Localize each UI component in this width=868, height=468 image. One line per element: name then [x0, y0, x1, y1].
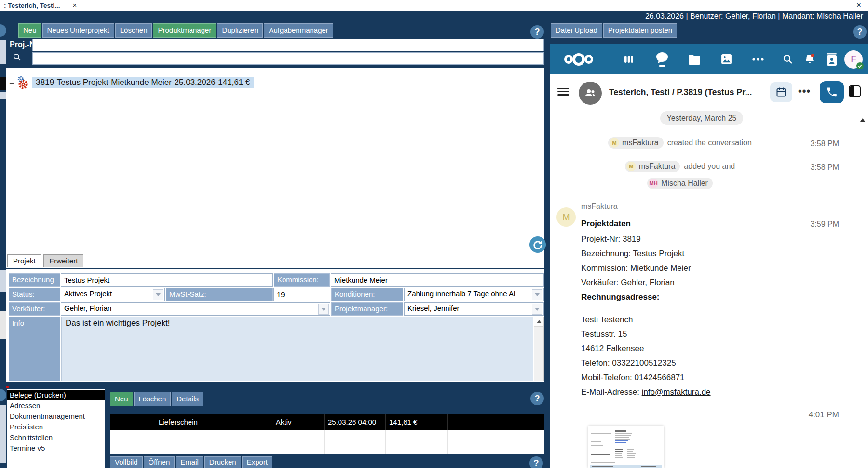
- user-avatar[interactable]: F: [843, 44, 864, 74]
- email-button[interactable]: Email: [176, 456, 203, 468]
- clipped-window-fragment: [0, 92, 6, 99]
- belege-details-button[interactable]: Details: [172, 392, 203, 406]
- info-scrollbar[interactable]: [534, 317, 544, 381]
- verkaeufer-label: Verkäufer:: [9, 302, 60, 316]
- window-close-icon[interactable]: ×: [856, 0, 861, 11]
- info-textarea[interactable]: Das ist ein wichtiges Projekt!: [61, 317, 533, 381]
- nav-item-preislisten[interactable]: Preislisten: [7, 422, 105, 432]
- cell-amount[interactable]: 141,61 €: [386, 414, 448, 430]
- files-icon[interactable]: [687, 44, 702, 74]
- chevron-down-icon[interactable]: [532, 304, 542, 315]
- actor-name: msFaktura: [639, 162, 676, 171]
- conversation-avatar[interactable]: [579, 82, 602, 105]
- mwst-input[interactable]: [273, 288, 330, 301]
- nextcloud-logo[interactable]: [560, 44, 597, 74]
- upload-help-button[interactable]: ?: [853, 25, 867, 39]
- message-author-avatar[interactable]: M: [556, 207, 576, 227]
- project-number-input[interactable]: [32, 39, 544, 51]
- date-separator-pill: Yesterday, March 25: [660, 111, 744, 125]
- actor-chip[interactable]: M msFaktura: [625, 161, 680, 172]
- cell-datetime[interactable]: 25.03.26 04:00: [325, 414, 386, 430]
- drucken-button[interactable]: Drucken: [204, 456, 241, 468]
- belege-table-body[interactable]: [110, 430, 544, 454]
- tab-close-icon[interactable]: ×: [73, 0, 77, 10]
- datei-upload-button[interactable]: Datei Upload: [551, 23, 602, 38]
- message-time: 3:59 PM: [791, 220, 839, 229]
- cell-status[interactable]: Aktiv: [272, 414, 325, 430]
- oeffnen-button[interactable]: Öffnen: [144, 456, 175, 468]
- actor-chip[interactable]: M msFaktura: [608, 137, 664, 149]
- talk-icon[interactable]: [654, 44, 670, 74]
- invoice-attachment-preview[interactable]: [588, 426, 664, 468]
- aufgabenmanager-button[interactable]: Aufgabenmanager: [264, 23, 333, 38]
- calendar-button[interactable]: [770, 82, 792, 102]
- projektmanager-select[interactable]: Kriesel, Jennifer: [404, 302, 544, 316]
- nav-item-termine[interactable]: Termine v5: [7, 443, 105, 454]
- chat-scroll-up-icon[interactable]: [860, 110, 865, 119]
- notifications-bell-icon[interactable]: [801, 44, 818, 74]
- status-bar: 26.03.2026 | Benutzer: Gehler, Florian |…: [0, 11, 868, 22]
- dashboard-icon[interactable]: [621, 44, 637, 74]
- chevron-down-icon[interactable]: [153, 289, 163, 300]
- project-tree-item[interactable]: – 3819-Testus Projekt-Mietkunde Meier-25…: [10, 75, 254, 90]
- target-name: Mischa Haller: [661, 179, 708, 188]
- belege-help-button[interactable]: ?: [530, 392, 544, 405]
- info-label: Info: [9, 317, 60, 381]
- kommission-input[interactable]: [331, 273, 544, 287]
- status-value: Aktives Projekt: [64, 289, 112, 298]
- belege-loeschen-button[interactable]: Löschen: [134, 392, 171, 406]
- belege-neu-button[interactable]: Neu: [110, 392, 133, 406]
- clipped-help-fragment: [0, 24, 6, 37]
- email-label: E-Mail-Adresse:: [581, 387, 642, 397]
- vollbild-button[interactable]: Vollbild: [110, 456, 143, 468]
- verkaeufer-select[interactable]: Gehler, Florian: [61, 302, 330, 316]
- conversation-title[interactable]: Testerich, Testi / P.3819 (Testus Pr...: [609, 87, 768, 97]
- date-separator: Yesterday, March 25: [550, 111, 854, 125]
- produktmanager-button[interactable]: Produktmanager: [153, 23, 216, 38]
- nav-item-belege[interactable]: Belege (Drucken): [7, 390, 105, 400]
- target-chip[interactable]: MH Mischa Haller: [647, 178, 713, 189]
- footer-help-button[interactable]: ?: [529, 456, 543, 468]
- tab-projekt[interactable]: Projekt: [7, 254, 41, 267]
- tab-separator: [81, 1, 81, 9]
- status-select[interactable]: Aktives Projekt: [61, 288, 165, 301]
- splitter-handle[interactable]: [6, 386, 9, 388]
- neu-button[interactable]: Neu: [18, 23, 41, 38]
- contacts-icon[interactable]: [824, 44, 840, 74]
- help-button[interactable]: ?: [530, 25, 544, 39]
- photos-icon[interactable]: [719, 44, 734, 74]
- chevron-down-icon[interactable]: [318, 304, 329, 315]
- projektdaten-posten-button[interactable]: Projektdaten posten: [603, 23, 677, 38]
- nav-item-adressen[interactable]: Adressen: [7, 400, 105, 411]
- menu-hamburger-icon[interactable]: [557, 86, 569, 97]
- refresh-icon[interactable]: [529, 236, 546, 253]
- message-line: Bezeichnung: Testus Projekt: [581, 249, 684, 259]
- window-tab[interactable]: : Testerich, Testi... ×: [0, 0, 81, 11]
- bezeichnung-input[interactable]: [61, 273, 273, 287]
- scroll-up-icon[interactable]: [534, 317, 543, 327]
- loeschen-button[interactable]: Löschen: [115, 23, 152, 38]
- tree-expander-icon[interactable]: –: [10, 79, 14, 87]
- chevron-down-icon[interactable]: [532, 289, 542, 300]
- mwst-label: MwSt-Satz:: [166, 288, 273, 301]
- email-link[interactable]: info@msfaktura.de: [642, 387, 711, 397]
- nav-item-schnittstellen[interactable]: Schnittstellen: [7, 432, 105, 443]
- nav-item-dokumentmanagement[interactable]: Dokumentmanagement: [7, 411, 105, 422]
- belege-toolbar: Neu Löschen Details: [110, 392, 203, 406]
- conversation-menu-icon[interactable]: •••: [798, 85, 811, 97]
- duplizieren-button[interactable]: Duplizieren: [217, 23, 263, 38]
- project-tree-label[interactable]: 3819-Testus Projekt-Mietkunde Meier-25.0…: [32, 77, 254, 88]
- unified-search-icon[interactable]: [780, 44, 796, 74]
- export-button[interactable]: Export: [242, 456, 272, 468]
- window-tab-bar: : Testerich, Testi... × ×: [0, 0, 868, 11]
- msfaktura-avatar: M: [626, 162, 636, 171]
- start-call-button[interactable]: [820, 81, 844, 103]
- neues-unterprojekt-button[interactable]: Neues Unterprojekt: [42, 23, 114, 38]
- sidebar-toggle-icon[interactable]: [849, 85, 861, 97]
- project-search-input[interactable]: [32, 52, 544, 65]
- belege-table-row[interactable]: Lieferschein Aktiv 25.03.26 04:00 141,61…: [110, 414, 544, 430]
- cell-doc-type[interactable]: Lieferschein: [155, 414, 272, 430]
- more-apps-icon[interactable]: [749, 44, 767, 74]
- konditionen-select[interactable]: Zahlung innerhalb 7 Tage ohne Al: [404, 288, 544, 301]
- tab-erweitert[interactable]: Erweitert: [43, 254, 83, 267]
